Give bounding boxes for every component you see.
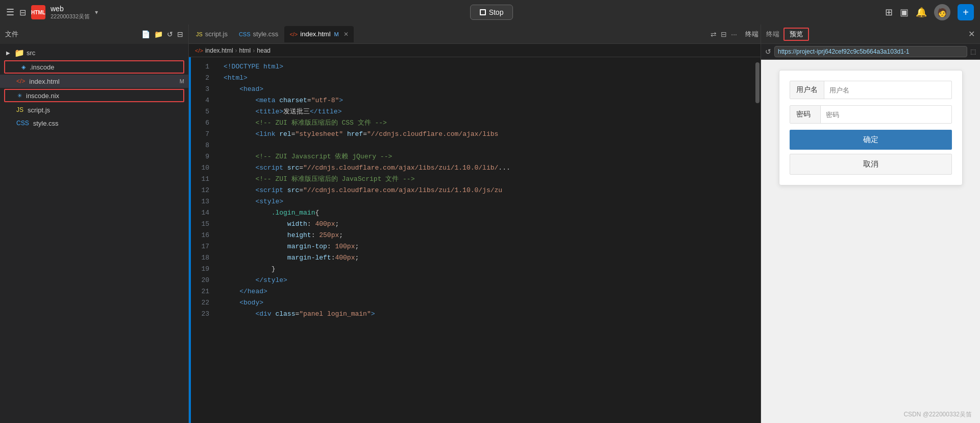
- username-row: 用户名: [790, 81, 952, 99]
- watermark: CSDN @222000332吴笛: [903, 410, 972, 419]
- folder-arrow-icon: ▶: [6, 50, 12, 56]
- add-button[interactable]: +: [958, 4, 974, 20]
- sidebar-item-label-scriptjs: script.js: [28, 106, 184, 114]
- preview-url-bar: ↺ ⬚: [761, 44, 980, 60]
- title-bar-left: ☰ ⊟ HTML web 222000332吴笛 ▾: [6, 5, 98, 20]
- app-icon-text: HTML: [31, 10, 45, 15]
- layout-icon[interactable]: ⊟: [19, 8, 26, 17]
- sidebar-item-indexhtml[interactable]: </> index.html M: [0, 75, 188, 88]
- sidebar-item-src[interactable]: ▶ 📁 src: [0, 46, 188, 59]
- app-title-group: web 222000332吴笛: [51, 5, 90, 20]
- terminal-label-header: 终端: [766, 30, 779, 39]
- breadcrumb: </> index.html › html › head: [189, 44, 761, 57]
- preview-content: 用户名 密码 确定 取消: [761, 60, 980, 423]
- more-options-icon[interactable]: ···: [731, 30, 737, 38]
- main-area: 文件 📄 📁 ↺ ⊟ ▶ 📁 src ◈ .inscode </>: [0, 25, 980, 423]
- stop-icon: [480, 9, 486, 15]
- tab-scriptjs-label: script.js: [205, 30, 228, 38]
- url-input[interactable]: [774, 46, 967, 57]
- bell-icon[interactable]: 🔔: [916, 7, 927, 18]
- sidebar-item-stylecss[interactable]: CSS style.css: [0, 116, 188, 130]
- breadcrumb-head-tag[interactable]: head: [257, 47, 271, 54]
- sidebar-item-label-inscode: .inscode: [30, 63, 179, 71]
- sidebar-toolbar: 文件 📄 📁 ↺ ⊟: [0, 25, 188, 44]
- tab-stylecss[interactable]: CSS style.css: [234, 26, 283, 42]
- username-input[interactable]: [824, 82, 951, 98]
- sidebar-item-scriptjs[interactable]: JS script.js: [0, 103, 188, 116]
- title-bar-center: Stop: [104, 5, 879, 20]
- password-input[interactable]: [821, 107, 951, 123]
- breadcrumb-html-icon: </>: [195, 48, 203, 54]
- stop-button[interactable]: Stop: [470, 5, 513, 20]
- collapse-sidebar-icon[interactable]: ⊟: [177, 30, 183, 38]
- preview-close-icon[interactable]: ✕: [968, 29, 975, 39]
- preview-header: 终端 预览 ✕: [761, 25, 980, 44]
- scroll-thumb[interactable]: [755, 62, 760, 103]
- breadcrumb-filename[interactable]: index.html: [205, 47, 233, 54]
- sidebar: 文件 📄 📁 ↺ ⊟ ▶ 📁 src ◈ .inscode </>: [0, 25, 189, 423]
- stop-label: Stop: [489, 8, 504, 16]
- tab-bar: JS script.js CSS style.css </> index.htm…: [189, 25, 761, 44]
- grid-icon[interactable]: ⊞: [885, 7, 893, 18]
- tab-close-icon[interactable]: ✕: [344, 31, 349, 38]
- editor-layout-icon[interactable]: ⊟: [721, 30, 727, 38]
- new-file-icon[interactable]: 📄: [141, 30, 150, 38]
- tab-indexhtml[interactable]: </> index.html M ✕: [284, 26, 353, 42]
- app-icon: HTML: [31, 5, 45, 19]
- app-title: web: [51, 5, 90, 13]
- new-folder-icon[interactable]: 📁: [154, 30, 163, 38]
- tab-html-icon: </>: [289, 31, 298, 37]
- title-bar: ☰ ⊟ HTML web 222000332吴笛 ▾ Stop ⊞ ▣ 🔔 🧑 …: [0, 0, 980, 25]
- folder-icon: 📁: [14, 48, 24, 58]
- tab-css-icon: CSS: [239, 31, 251, 37]
- refresh-sidebar-icon[interactable]: ↺: [167, 30, 173, 38]
- confirm-button[interactable]: 确定: [790, 130, 952, 150]
- sidebar-item-label-src: src: [27, 49, 184, 57]
- external-link-icon[interactable]: ⬚: [970, 48, 976, 55]
- dropdown-arrow-icon[interactable]: ▾: [95, 9, 98, 16]
- sidebar-item-label-stylecss: style.css: [33, 120, 184, 127]
- username-label: 用户名: [790, 81, 824, 99]
- scroll-indicator[interactable]: [754, 57, 761, 423]
- terminal-label: 终端: [745, 30, 758, 39]
- split-icon[interactable]: ▣: [900, 7, 909, 18]
- avatar[interactable]: 🧑: [934, 4, 950, 20]
- password-row: 密码: [790, 105, 952, 124]
- tab-js-icon: JS: [196, 31, 203, 37]
- hamburger-icon[interactable]: ☰: [6, 7, 14, 18]
- tab-indexhtml-label: index.html: [300, 30, 330, 38]
- preview-panel: 终端 预览 ✕ ↺ ⬚ 用户名 密码 确定 取消: [761, 25, 980, 423]
- sidebar-item-inscodenix[interactable]: ✳ inscode.nix: [4, 89, 184, 102]
- split-editor-icon[interactable]: ⇄: [710, 30, 717, 38]
- sidebar-item-label-inscodenix: inscode.nix: [26, 92, 179, 100]
- code-content[interactable]: <!DOCTYPE html> <html> <head> <meta char…: [215, 57, 754, 423]
- refresh-icon[interactable]: ↺: [765, 48, 771, 56]
- login-form: 用户名 密码 确定 取消: [779, 70, 963, 185]
- cancel-button[interactable]: 取消: [790, 154, 952, 175]
- breadcrumb-sep2: ›: [253, 47, 255, 54]
- nix-file-icon: ✳: [17, 92, 22, 99]
- tab-stylecss-label: style.css: [253, 30, 279, 38]
- sidebar-tree: ▶ 📁 src ◈ .inscode </> index.html M ✳ in…: [0, 44, 188, 423]
- sidebar-item-label-indexhtml: index.html: [29, 78, 177, 85]
- inscode-file-icon: ◈: [21, 64, 26, 70]
- preview-button[interactable]: 预览: [783, 28, 809, 41]
- sidebar-label: 文件: [5, 30, 18, 39]
- html-file-icon: </>: [16, 78, 25, 85]
- tab-bar-right-icons: ⇄ ⊟ ··· 终端: [710, 30, 758, 39]
- code-editor[interactable]: 12345 678910 1112131415 1617181920 21222…: [189, 57, 761, 423]
- sidebar-item-inscode[interactable]: ◈ .inscode: [4, 60, 184, 74]
- breadcrumb-html-tag[interactable]: html: [239, 47, 251, 54]
- css-file-icon: CSS: [16, 120, 29, 127]
- editor-area: JS script.js CSS style.css </> index.htm…: [189, 25, 761, 423]
- title-bar-right: ⊞ ▣ 🔔 🧑 +: [885, 4, 974, 20]
- breadcrumb-sep1: ›: [235, 47, 237, 54]
- tab-modified-badge: M: [334, 31, 339, 37]
- line-numbers: 12345 678910 1112131415 1617181920 21222…: [191, 57, 215, 423]
- tab-scriptjs[interactable]: JS script.js: [191, 26, 233, 42]
- js-file-icon: JS: [16, 106, 23, 113]
- password-label: 密码: [790, 106, 821, 123]
- app-subtitle: 222000332吴笛: [51, 13, 90, 20]
- modified-badge: M: [180, 78, 184, 84]
